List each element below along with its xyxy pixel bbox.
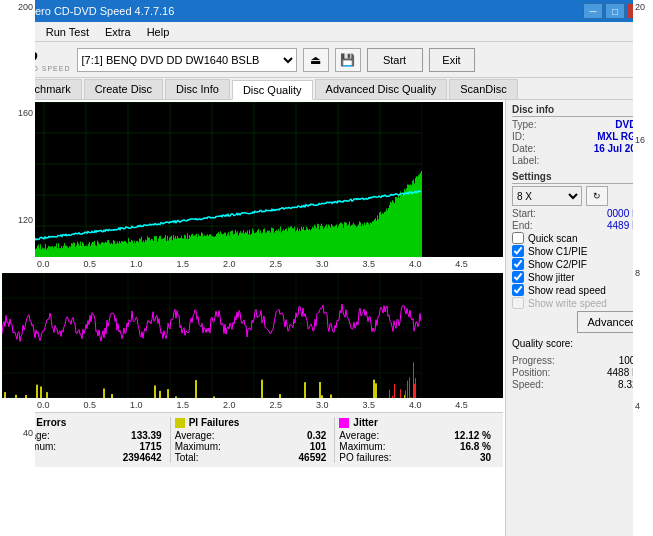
quick-scan-checkbox[interactable] bbox=[512, 232, 524, 244]
jitter-max-label: Maximum: bbox=[339, 441, 385, 452]
disc-type-label: Type: bbox=[512, 119, 536, 130]
quality-score-label: Quality score: bbox=[512, 338, 573, 349]
show-c2pif-label: Show C2/PIF bbox=[528, 259, 587, 270]
pi-failures-avg-label: Average: bbox=[175, 430, 215, 441]
show-c1pie-checkbox[interactable] bbox=[512, 245, 524, 257]
speed-label: Speed: bbox=[512, 379, 544, 390]
menu-run-test[interactable]: Run Test bbox=[38, 24, 97, 40]
quick-scan-label: Quick scan bbox=[528, 233, 577, 244]
pi-failures-max-label: Maximum: bbox=[175, 441, 221, 452]
position-row: Position: 4488 MB bbox=[512, 367, 647, 378]
tab-advanced-disc-quality[interactable]: Advanced Disc Quality bbox=[315, 79, 448, 99]
show-c1pie-row: Show C1/PIE bbox=[512, 245, 647, 257]
maximize-button[interactable]: □ bbox=[605, 3, 625, 19]
show-jitter-checkbox[interactable] bbox=[512, 271, 524, 283]
bottom-chart-wrap: 200 160 120 80 40 20 16 8 4 bbox=[2, 273, 503, 398]
jitter-avg-val: 12.12 % bbox=[454, 430, 491, 441]
disc-id-row: ID: MXL RG04 bbox=[512, 131, 647, 142]
disc-info-section: Disc info Type: DVD-R ID: MXL RG04 Date:… bbox=[512, 104, 647, 167]
pi-failures-label: PI Failures bbox=[189, 417, 240, 428]
pi-failures-max-row: Maximum: 101 bbox=[175, 441, 327, 452]
progress-row: Progress: 100 % bbox=[512, 355, 647, 366]
tab-create-disc[interactable]: Create Disc bbox=[84, 79, 163, 99]
refresh-button[interactable]: ↻ bbox=[586, 186, 608, 206]
disc-date-label: Date: bbox=[512, 143, 536, 154]
titlebar: 💿 Nero CD-DVD Speed 4.7.7.16 ─ □ ✕ bbox=[0, 0, 653, 22]
speed-select[interactable]: 8 X bbox=[512, 186, 582, 206]
jitter-header: Jitter bbox=[339, 417, 491, 428]
progress-label: Progress: bbox=[512, 355, 555, 366]
disc-date-row: Date: 16 Jul 2023 bbox=[512, 143, 647, 154]
quick-scan-row: Quick scan bbox=[512, 232, 647, 244]
pi-errors-avg-val: 133.39 bbox=[131, 430, 162, 441]
speed-row: 8 X ↻ bbox=[512, 186, 647, 206]
disc-info-title: Disc info bbox=[512, 104, 647, 117]
app-title: Nero CD-DVD Speed 4.7.7.16 bbox=[27, 5, 174, 17]
menubar: File Run Test Extra Help bbox=[0, 22, 653, 42]
show-read-speed-row: Show read speed bbox=[512, 284, 647, 296]
bottom-chart-x-axis: 0.00.51.0 1.52.02.5 3.03.54.0 4.5 bbox=[2, 398, 503, 412]
show-write-speed-checkbox[interactable] bbox=[512, 297, 524, 309]
speed-row: Speed: 8.32 X bbox=[512, 379, 647, 390]
show-jitter-row: Show jitter bbox=[512, 271, 647, 283]
stat-pi-failures: PI Failures Average: 0.32 Maximum: 101 T… bbox=[171, 417, 336, 463]
show-read-speed-checkbox[interactable] bbox=[512, 284, 524, 296]
end-mb-label: End: bbox=[512, 220, 533, 231]
main-content: 2000 1600 800 400 24 16 8 4 0.00.51.0 1.… bbox=[0, 100, 653, 536]
settings-section: Settings 8 X ↻ Start: 0000 MB End: 4489 … bbox=[512, 171, 647, 333]
end-mb-row: End: 4489 MB bbox=[512, 220, 647, 231]
show-c2pif-row: Show C2/PIF bbox=[512, 258, 647, 270]
jitter-po-val: 30 bbox=[480, 452, 491, 463]
disc-label-label: Label: bbox=[512, 155, 539, 166]
save-button[interactable]: 💾 bbox=[335, 48, 361, 72]
menu-help[interactable]: Help bbox=[139, 24, 178, 40]
top-chart-x-axis: 0.00.51.0 1.52.02.5 3.03.54.0 4.5 bbox=[2, 257, 503, 271]
exit-button[interactable]: Exit bbox=[429, 48, 475, 72]
jitter-label: Jitter bbox=[353, 417, 377, 428]
stat-jitter: Jitter Average: 12.12 % Maximum: 16.8 % … bbox=[335, 417, 499, 463]
pi-failures-total-row: Total: 46592 bbox=[175, 452, 327, 463]
pi-failures-max-val: 101 bbox=[310, 441, 327, 452]
pi-failures-total-label: Total: bbox=[175, 452, 199, 463]
tab-scan-disc[interactable]: ScanDisc bbox=[449, 79, 517, 99]
pi-failures-color bbox=[175, 418, 185, 428]
jitter-po-row: PO failures: 30 bbox=[339, 452, 491, 463]
right-panel: Disc info Type: DVD-R ID: MXL RG04 Date:… bbox=[505, 100, 653, 536]
jitter-avg-label: Average: bbox=[339, 430, 379, 441]
jitter-color bbox=[339, 418, 349, 428]
menu-extra[interactable]: Extra bbox=[97, 24, 139, 40]
charts-area: 2000 1600 800 400 24 16 8 4 0.00.51.0 1.… bbox=[0, 100, 505, 536]
jitter-max-val: 16.8 % bbox=[460, 441, 491, 452]
show-c1pie-label: Show C1/PIE bbox=[528, 246, 587, 257]
show-write-speed-row: Show write speed bbox=[512, 297, 647, 309]
show-write-speed-label: Show write speed bbox=[528, 298, 607, 309]
pi-errors-total-val: 2394642 bbox=[123, 452, 162, 463]
bottom-chart-canvas-wrap bbox=[2, 273, 503, 398]
disc-type-row: Type: DVD-R bbox=[512, 119, 647, 130]
jitter-avg-row: Average: 12.12 % bbox=[339, 430, 491, 441]
pi-failures-avg-row: Average: 0.32 bbox=[175, 430, 327, 441]
pi-failures-total-val: 46592 bbox=[299, 452, 327, 463]
tab-disc-quality[interactable]: Disc Quality bbox=[232, 80, 313, 100]
settings-title: Settings bbox=[512, 171, 647, 184]
jitter-max-row: Maximum: 16.8 % bbox=[339, 441, 491, 452]
tab-disc-info[interactable]: Disc Info bbox=[165, 79, 230, 99]
pi-failures-header: PI Failures bbox=[175, 417, 327, 428]
pi-errors-max-val: 1715 bbox=[139, 441, 161, 452]
tabs: Benchmark Create Disc Disc Info Disc Qua… bbox=[0, 78, 653, 100]
show-jitter-label: Show jitter bbox=[528, 272, 575, 283]
show-read-speed-label: Show read speed bbox=[528, 285, 606, 296]
minimize-button[interactable]: ─ bbox=[583, 3, 603, 19]
start-mb-label: Start: bbox=[512, 208, 536, 219]
eject-button[interactable]: ⏏ bbox=[303, 48, 329, 72]
disc-label-row: Label: - bbox=[512, 155, 647, 166]
quality-score-row: Quality score: 0 bbox=[512, 337, 647, 349]
stats-row: PI Errors Average: 133.39 Maximum: 1715 … bbox=[2, 412, 503, 467]
pi-failures-avg-val: 0.32 bbox=[307, 430, 326, 441]
jitter-po-label: PO failures: bbox=[339, 452, 391, 463]
show-c2pif-checkbox[interactable] bbox=[512, 258, 524, 270]
drive-select[interactable]: [7:1] BENQ DVD DD DW1640 BSLB bbox=[77, 48, 297, 72]
toolbar: nero CD·DVD SPEED [7:1] BENQ DVD DD DW16… bbox=[0, 42, 653, 78]
top-chart-canvas-wrap bbox=[2, 102, 503, 257]
start-button[interactable]: Start bbox=[367, 48, 423, 72]
